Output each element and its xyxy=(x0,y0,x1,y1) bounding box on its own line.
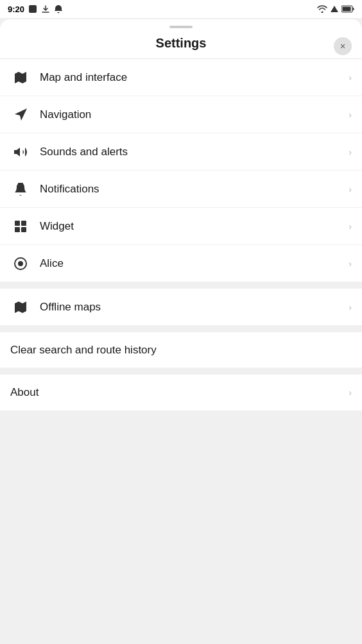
drag-handle[interactable] xyxy=(169,26,193,28)
menu-label-navigation: Navigation xyxy=(40,108,343,121)
square-icon xyxy=(28,4,37,13)
notification-icon xyxy=(10,179,31,199)
menu-label-map-interface: Map and interface xyxy=(40,71,343,84)
menu-label-about: About xyxy=(10,386,343,399)
svg-rect-3 xyxy=(353,8,354,10)
menu-label-notifications: Notifications xyxy=(40,183,343,196)
status-bar: 9:20 xyxy=(0,0,362,18)
section-gap-1 xyxy=(0,282,362,289)
alert-icon xyxy=(54,4,63,13)
page-title: Settings xyxy=(156,36,207,51)
secondary-section: Offline maps › xyxy=(0,289,362,326)
menu-item-alice[interactable]: Alice › xyxy=(0,245,362,282)
svg-rect-9 xyxy=(21,227,26,232)
menu-label-widget: Widget xyxy=(40,220,343,233)
alice-icon xyxy=(10,253,31,274)
map-icon xyxy=(10,67,31,88)
menu-label-sounds-alerts: Sounds and alerts xyxy=(40,146,343,158)
status-left: 9:20 xyxy=(8,4,63,14)
close-button[interactable]: × xyxy=(334,37,352,55)
svg-rect-7 xyxy=(21,221,26,226)
menu-item-map-interface[interactable]: Map and interface › xyxy=(0,59,362,96)
menu-item-offline-maps[interactable]: Offline maps › xyxy=(0,289,362,326)
chevron-icon-map: › xyxy=(349,72,352,83)
svg-point-11 xyxy=(18,261,23,266)
menu-item-about[interactable]: About › xyxy=(0,375,362,411)
menu-item-notifications[interactable]: Notifications › xyxy=(0,171,362,208)
time-display: 9:20 xyxy=(8,4,24,14)
menu-item-widget[interactable]: Widget › xyxy=(0,208,362,245)
chevron-icon-navigation: › xyxy=(349,110,352,120)
chevron-icon-about: › xyxy=(349,387,352,398)
menu-label-alice: Alice xyxy=(40,257,343,270)
menu-item-navigation[interactable]: Navigation › xyxy=(0,96,362,133)
svg-rect-4 xyxy=(343,7,351,12)
menu-label-clear-history: Clear search and route history xyxy=(10,344,157,357)
chevron-icon-widget: › xyxy=(349,221,352,232)
main-section: Map and interface › Navigation › Sounds … xyxy=(0,59,362,282)
signal-icon xyxy=(330,5,339,13)
download-icon xyxy=(41,4,50,13)
svg-rect-5 xyxy=(18,183,23,186)
svg-rect-6 xyxy=(15,221,20,226)
chevron-icon-sounds: › xyxy=(349,147,352,157)
menu-label-offline-maps: Offline maps xyxy=(40,301,343,314)
svg-rect-0 xyxy=(29,5,37,13)
status-right xyxy=(317,5,354,13)
svg-marker-1 xyxy=(331,6,338,12)
section-gap-3 xyxy=(0,368,362,375)
offline-maps-icon xyxy=(10,297,31,318)
navigation-icon xyxy=(10,105,31,125)
menu-item-sounds-alerts[interactable]: Sounds and alerts › xyxy=(0,133,362,171)
widget-icon xyxy=(10,216,31,237)
chevron-icon-offline-maps: › xyxy=(349,302,352,312)
svg-rect-8 xyxy=(15,227,20,232)
sound-icon xyxy=(10,142,31,162)
wifi-icon xyxy=(317,5,327,13)
section-gap-2 xyxy=(0,326,362,332)
chevron-icon-alice: › xyxy=(349,258,352,269)
settings-sheet: Settings × Map and interface › Navigatio… xyxy=(0,19,362,644)
chevron-icon-notifications: › xyxy=(349,184,352,194)
gray-background xyxy=(0,411,362,644)
battery-icon xyxy=(341,5,354,13)
menu-item-clear-history[interactable]: Clear search and route history xyxy=(0,332,362,368)
sheet-header: Settings × xyxy=(0,33,362,58)
